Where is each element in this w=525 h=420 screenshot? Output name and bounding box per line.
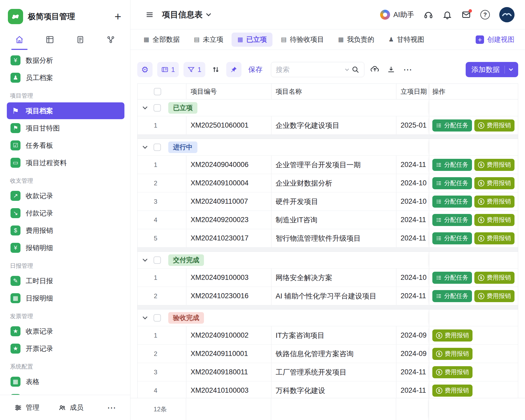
table-row[interactable]: 4 XM202410100003 万科数字化建设 2024-11 分配任务 — [138, 381, 518, 400]
add-app-button[interactable]: + — [114, 11, 121, 22]
view-tab[interactable]: ▤ 待验收项目 — [275, 33, 330, 47]
sidebar-item[interactable]: ▭ 项目过程资料 — [7, 154, 124, 171]
pin-button[interactable] — [226, 62, 242, 77]
assign-task-button[interactable]: 分配任务 — [432, 159, 472, 171]
table-row[interactable]: 5 XM202410230017 智行物流管理软件升级项目 2024-11 分配… — [138, 229, 518, 248]
ai-assistant-button[interactable]: AI助手 — [380, 10, 414, 20]
create-view-button[interactable]: + 创建视图 — [476, 35, 518, 44]
sidebar-item[interactable]: ★ 收票记录 — [7, 323, 124, 340]
project-id: XM202410230016 — [186, 287, 271, 305]
sidebar-item[interactable]: ⚑ 项目甘特图 — [7, 120, 124, 136]
sidebar-item[interactable]: ★ 开票记录 — [7, 340, 124, 357]
table-row[interactable]: 4 XM202409200023 制造业IT咨询 2024-11 分配任务 — [138, 211, 518, 229]
table-row[interactable]: 3 XM202409180011 工厂管理系统开发项目 2024-11 分配任务 — [138, 363, 518, 381]
home-tab-icon[interactable] — [7, 29, 32, 50]
sidebar-item[interactable]: ☑ 任务看板 — [7, 137, 124, 154]
table-row[interactable]: 1 XM202409100003 网络安全解决方案 2024-10 分配任务 — [138, 269, 518, 287]
group-checkbox[interactable] — [154, 104, 161, 112]
assign-task-button[interactable]: 分配任务 — [432, 177, 472, 189]
expense-report-button[interactable]: $ 费用报销 — [474, 159, 514, 171]
table-row[interactable]: 1 XM202501060001 企业数字化建设项目 2025-01 分配任务 — [138, 116, 518, 135]
assign-task-button[interactable]: 分配任务 — [432, 119, 472, 132]
collapse-chevron-icon[interactable] — [143, 257, 147, 261]
search-icon[interactable] — [351, 66, 359, 74]
select-all-checkbox[interactable] — [154, 88, 161, 95]
settings-button[interactable]: ⚙ — [137, 62, 153, 77]
table-row[interactable]: 2 XM202410230016 AI 辅助个性化学习平台建设项目 2024-1… — [138, 287, 518, 305]
notification-bell-icon[interactable] — [443, 10, 452, 19]
search-scope-chevron-icon[interactable] — [345, 67, 349, 71]
expense-report-button[interactable]: $ 费用报销 — [432, 329, 472, 342]
table-row[interactable]: 2 XM202409100004 企业业财数据分析 2024-10 分配任务 — [138, 174, 518, 192]
expense-report-button[interactable]: $ 费用报销 — [474, 119, 514, 132]
workflow-tab-icon[interactable] — [98, 29, 123, 50]
view-tab[interactable]: ♟ 甘特视图 — [383, 33, 430, 47]
group-checkbox[interactable] — [154, 144, 161, 151]
sidebar-item[interactable]: $ 费用报销 — [7, 222, 124, 239]
sidebar-item[interactable]: ▦ 日报明细 — [7, 290, 124, 307]
sidebar-item[interactable]: ¥ 报销明细 — [7, 239, 124, 256]
pin-icon — [230, 66, 238, 73]
manage-button[interactable]: 管理 — [14, 403, 39, 412]
sidebar-item[interactable]: ▦ 表格 — [7, 373, 124, 390]
assign-task-button[interactable]: 分配任务 — [432, 272, 472, 284]
hamburger-menu-icon[interactable] — [145, 10, 154, 19]
sort-button[interactable] — [210, 62, 222, 77]
inbox-mail-icon[interactable] — [461, 10, 471, 19]
sidebar-item[interactable]: ↘ 付款记录 — [7, 205, 124, 222]
sidebar-item[interactable]: ⇄ 流程 — [7, 391, 124, 395]
assign-task-button[interactable]: 分配任务 — [432, 232, 472, 244]
expense-report-button[interactable]: $ 费用报销 — [474, 272, 514, 284]
view-tab[interactable]: ▤ 未立项 — [188, 33, 229, 47]
expense-report-button[interactable]: $ 费用报销 — [474, 214, 514, 226]
expense-report-label: 费用报销 — [487, 161, 511, 169]
assign-task-button[interactable]: 分配任务 — [432, 290, 472, 302]
sidebar-item[interactable]: ↗ 收款记录 — [7, 187, 124, 204]
group-checkbox[interactable] — [154, 256, 161, 264]
add-data-button[interactable]: 添加数据 — [466, 62, 518, 77]
expense-report-button[interactable]: $ 费用报销 — [432, 348, 472, 360]
sidebar-item[interactable]: ¥ 数据分析 — [7, 52, 124, 69]
search-input[interactable] — [276, 66, 343, 74]
expense-report-button[interactable]: $ 费用报销 — [474, 177, 514, 189]
group-checkbox[interactable] — [154, 314, 161, 322]
sidebar-item-label: 项目甘特图 — [26, 124, 60, 133]
table-row[interactable]: 1 XM202409100002 IT方案咨询项目 2024-09 分配任务 — [138, 326, 518, 345]
filter-button[interactable]: 1 — [183, 62, 205, 77]
sidebar-more-button[interactable]: ⋯ — [107, 402, 116, 413]
assign-task-button[interactable]: 分配任务 — [432, 214, 472, 226]
grid-tab-icon[interactable] — [37, 29, 62, 50]
table-row[interactable]: 2 XM202409110001 铁路信息化管理方案咨询 2024-09 分配任… — [138, 345, 518, 363]
members-button[interactable]: 成员 — [58, 403, 83, 412]
field-config-button[interactable]: 1 — [157, 62, 179, 77]
table-row[interactable]: 1 XM202409040006 企业管理平台开发项目一期 2024-11 分配… — [138, 156, 518, 174]
help-icon[interactable]: ? — [480, 10, 490, 19]
toolbar-more-button[interactable]: ⋯ — [402, 62, 414, 77]
sidebar-item[interactable]: ♟ 员工档案 — [7, 69, 124, 86]
expense-report-button[interactable]: $ 费用报销 — [432, 385, 472, 397]
collapse-chevron-icon[interactable] — [143, 314, 147, 319]
headset-icon[interactable] — [424, 10, 433, 19]
expense-report-button[interactable]: $ 费用报销 — [474, 232, 514, 244]
group-empty-date-cell — [396, 252, 429, 268]
document-tab-icon[interactable] — [68, 29, 93, 50]
user-avatar[interactable] — [499, 7, 514, 22]
page-title-dropdown[interactable]: 项目信息表 — [162, 9, 210, 20]
save-button[interactable]: 保存 — [246, 65, 265, 74]
view-tab[interactable]: ▦ 全部数据 — [138, 33, 186, 47]
sidebar-item[interactable]: ⚑ 项目档案 — [7, 102, 124, 119]
view-tab[interactable]: ▦ 我负责的 — [332, 33, 380, 47]
expense-report-button[interactable]: $ 费用报销 — [474, 196, 514, 208]
download-button[interactable] — [385, 62, 397, 77]
sidebar-item[interactable]: ✎ 工时日报 — [7, 272, 124, 289]
collapse-chevron-icon[interactable] — [143, 104, 147, 109]
upload-button[interactable] — [369, 62, 381, 77]
table-row[interactable]: 3 XM202409110007 硬件开发项目 2024-10 分配任务 — [138, 192, 518, 211]
chevron-down-icon — [206, 11, 211, 16]
collapse-chevron-icon[interactable] — [143, 144, 147, 149]
expense-report-button[interactable]: $ 费用报销 — [432, 366, 472, 378]
assign-task-button[interactable]: 分配任务 — [432, 196, 472, 208]
view-tab[interactable]: ▦ 已立项 — [232, 33, 272, 47]
expense-report-button[interactable]: $ 费用报销 — [474, 290, 514, 302]
row-operations: 分配任务 $ 费用报销 — [429, 116, 518, 134]
